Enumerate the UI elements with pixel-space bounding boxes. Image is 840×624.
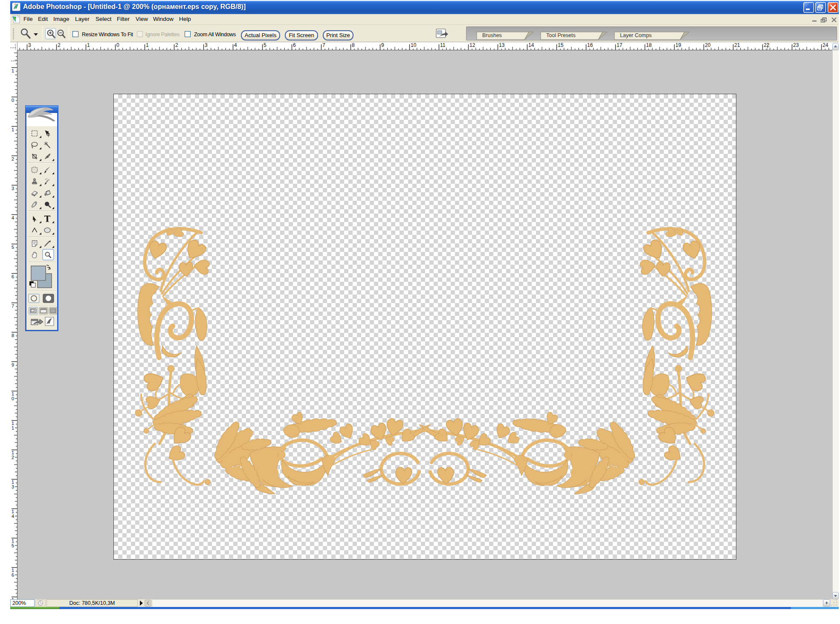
svg-text:7: 7 [12,303,14,309]
svg-text:18: 18 [646,42,652,48]
svg-text:0: 0 [12,98,14,103]
svg-text:3: 3 [12,186,14,191]
svg-text:20: 20 [705,42,711,48]
svg-text:2: 2 [12,455,14,460]
svg-text:5: 5 [12,543,14,548]
svg-text:11: 11 [440,42,446,48]
svg-text:19: 19 [675,42,681,48]
svg-text:6: 6 [12,274,14,279]
svg-text:1: 1 [12,68,14,73]
svg-text:2: 2 [175,42,178,48]
svg-text:9: 9 [12,362,14,367]
svg-text:3: 3 [12,484,14,489]
svg-text:2: 2 [58,42,61,48]
svg-text:1: 1 [87,42,90,48]
svg-text:2: 2 [12,156,14,162]
svg-text:23: 23 [793,42,799,48]
svg-text:22: 22 [764,42,770,48]
svg-text:0: 0 [116,42,119,48]
svg-text:3: 3 [28,42,31,48]
svg-text:7: 7 [322,42,325,48]
svg-text:12: 12 [469,42,475,48]
svg-text:4: 4 [12,215,14,220]
svg-text:1: 1 [12,127,14,132]
svg-text:14: 14 [528,42,534,48]
svg-text:17: 17 [617,42,623,48]
svg-text:6: 6 [12,572,14,578]
svg-text:6: 6 [293,42,296,48]
svg-text:13: 13 [499,42,505,48]
svg-text:9: 9 [381,42,384,48]
svg-text:4: 4 [234,42,237,48]
svg-text:4: 4 [12,514,14,519]
svg-text:1: 1 [146,42,149,48]
svg-text:21: 21 [734,42,740,48]
svg-text:5: 5 [264,42,266,48]
svg-text:8: 8 [352,42,355,48]
svg-text:5: 5 [12,245,14,250]
svg-text:3: 3 [205,42,208,48]
svg-text:8: 8 [12,333,14,338]
svg-text:15: 15 [558,42,564,48]
svg-text:0: 0 [12,396,14,401]
svg-text:24: 24 [823,42,828,48]
svg-text:16: 16 [587,42,593,48]
svg-text:10: 10 [411,42,417,48]
svg-text:1: 1 [12,425,14,430]
